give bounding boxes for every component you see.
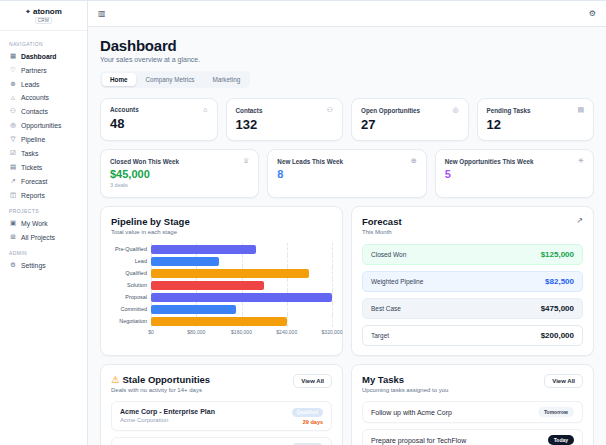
x-axis-ticks: $0$80,000$160,000$240,000$320,000 (151, 327, 332, 337)
sidebar-item-accounts[interactable]: ⌂Accounts (0, 91, 87, 104)
sidebar-item-label: Contacts (21, 108, 48, 115)
sidebar-item-tickets[interactable]: ▤Tickets (0, 160, 87, 174)
sidebar-item-contacts[interactable]: ⚇Contacts (0, 104, 87, 118)
sidebar-toggle-icon[interactable]: ▥ (98, 9, 106, 18)
sidebar-item-label: Leads (21, 81, 40, 88)
sidebar-item-all-projects[interactable]: ⊞All Projects (0, 230, 87, 244)
chart-subtitle: Total value in each stage (111, 229, 332, 235)
sidebar-item-opportunities[interactable]: ◎Opportunities (0, 118, 87, 132)
chart-row: Solution (111, 279, 332, 291)
sidebar-item-partners[interactable]: ♡Partners (0, 63, 87, 77)
forecast-icon: ↗ (9, 177, 17, 185)
gridline (332, 315, 333, 327)
sidebar-item-label: Opportunities (21, 122, 61, 129)
chart-row: Negotiation (111, 315, 332, 327)
sidebar-item-label: My Work (21, 220, 48, 227)
metric-value: $45,000 (110, 168, 249, 180)
sidebar-item-settings[interactable]: ⚙Settings (0, 258, 87, 272)
x-tick-label: $80,000 (187, 329, 205, 335)
metric-label: New Leads This Week (277, 158, 343, 165)
metric-label: Closed Won This Week (110, 158, 179, 165)
chart-category-label: Proposal (111, 294, 151, 300)
header-settings-icon[interactable]: ⚙ (589, 9, 596, 18)
task-row[interactable]: Follow up with Acme CorpTomorrow (362, 401, 583, 423)
stat-value: 12 (487, 117, 585, 132)
main-area: ▥ ⚙ Dashboard Your sales overview at a g… (88, 1, 606, 445)
due-badge: Tomorrow (538, 407, 574, 417)
sidebar-section-label: Admin (0, 244, 87, 258)
charts-row: Pipeline by Stage Total value in each st… (100, 206, 594, 356)
user-plus-icon: ⊕ (411, 157, 417, 165)
trophy-icon: ♕ (243, 157, 249, 165)
chart-bar-solution (151, 281, 264, 290)
sidebar-section-label: Navigation (0, 35, 87, 49)
sidebar-nav: Navigation▦Dashboard♡Partners⊕Leads⌂Acco… (0, 31, 87, 276)
stat-label: Pending Tasks (487, 107, 531, 114)
stat-card-accounts: Accounts⌂48 (100, 98, 218, 141)
sidebar-item-label: Reports (21, 192, 45, 199)
tab-marketing[interactable]: Marketing (205, 73, 249, 86)
chart-category-label: Committed (111, 306, 151, 312)
forecast-label: Weighted Pipeline (371, 278, 423, 285)
x-tick-label: $160,000 (231, 329, 252, 335)
stat-value: 132 (236, 117, 334, 132)
sidebar-item-reports[interactable]: ◫Reports (0, 188, 87, 202)
stat-value: 48 (110, 116, 208, 131)
forecast-panel: Forecast This Month ↗ Closed Won$125,000… (351, 206, 594, 356)
stale-view-all-button[interactable]: View All (293, 374, 332, 388)
tab-home[interactable]: Home (102, 73, 136, 86)
sidebar-item-my-work[interactable]: ▣My Work (0, 216, 87, 230)
tab-company-metrics[interactable]: Company Metrics (138, 73, 203, 86)
sidebar-item-dashboard[interactable]: ▦Dashboard (0, 49, 87, 63)
gridline (332, 303, 333, 315)
gridline (332, 243, 333, 255)
gridline (332, 279, 333, 291)
metrics-row: Closed Won This Week♕$45,0003 dealsNew L… (100, 149, 594, 198)
gridline (287, 243, 288, 255)
gridline (287, 315, 288, 327)
tasks-list: Follow up with Acme CorpTomorrowPrepare … (362, 401, 583, 445)
checklist-icon: ▤ (577, 106, 584, 114)
task-title: Prepare proposal for TechFlow (371, 437, 466, 444)
chart-category-label: Negotiation (111, 318, 151, 324)
gridline (332, 267, 333, 279)
page-subtitle: Your sales overview at a glance. (100, 56, 594, 63)
gridline (242, 303, 243, 315)
dashboard-icon: ▦ (9, 52, 17, 60)
chart-bar-lead (151, 257, 219, 266)
task-row[interactable]: Prepare proposal for TechFlowToday (362, 429, 583, 445)
opportunity-row[interactable]: TechFlow - Platform LicenseTechFlow Solu… (111, 437, 332, 445)
sidebar-item-label: Pipeline (21, 136, 45, 143)
sidebar-item-label: Accounts (21, 94, 49, 101)
stat-label: Open Opportunities (361, 107, 420, 114)
brand: ✦ atonom CRM (0, 1, 87, 31)
sidebar-item-label: Forecast (21, 178, 47, 185)
building-icon: ⌂ (203, 106, 207, 113)
forecast-label: Target (371, 332, 389, 339)
chart-bar-negotiation (151, 317, 287, 326)
forecast-value: $82,500 (545, 277, 574, 286)
sidebar-item-forecast[interactable]: ↗Forecast (0, 174, 87, 188)
sidebar-item-label: Tickets (21, 164, 42, 171)
my-work-icon: ▣ (9, 219, 17, 227)
sidebar-item-leads[interactable]: ⊕Leads (0, 77, 87, 91)
task-title: Follow up with Acme Corp (371, 409, 452, 416)
stage-badge: Qualified (292, 408, 323, 417)
opportunity-row[interactable]: Acme Corp - Enterprise PlanAcme Corporat… (111, 401, 332, 431)
forecast-value: $125,000 (541, 250, 574, 259)
sidebar-item-pipeline[interactable]: ▽Pipeline (0, 132, 87, 146)
stats-row: Accounts⌂48Contacts⚇132Open Opportunitie… (100, 98, 594, 141)
tasks-view-all-button[interactable]: View All (544, 374, 583, 388)
bottom-row: ⚠ Stale Opportunities Deals with no acti… (100, 364, 594, 445)
chart-row: Qualified (111, 267, 332, 279)
chart-category-label: Lead (111, 258, 151, 264)
sidebar-item-tasks[interactable]: ☑Tasks (0, 146, 87, 160)
sidebar-item-label: Partners (21, 67, 47, 74)
sidebar-item-label: Tasks (21, 150, 38, 157)
forecast-row-target: Target$200,000 (362, 325, 583, 346)
sparkles-icon: ✳ (578, 157, 584, 165)
chart-bar-pre-qualified (151, 245, 256, 254)
tasks-title: My Tasks (362, 374, 448, 385)
opportunity-name: Acme Corp - Enterprise Plan (120, 408, 215, 415)
forecast-label: Best Case (371, 305, 401, 312)
